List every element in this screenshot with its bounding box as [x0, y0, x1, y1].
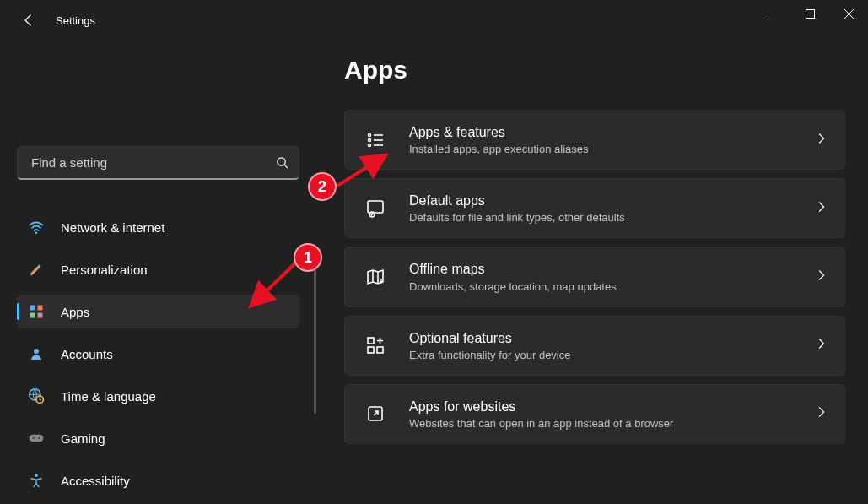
card-subtitle: Extra functionality for your device	[409, 349, 816, 361]
card-optional-features[interactable]: Optional features Extra functionality fo…	[344, 316, 845, 376]
map-icon	[362, 263, 389, 290]
card-title: Offline maps	[409, 261, 816, 277]
card-apps-for-websites[interactable]: Apps for websites Websites that can open…	[344, 384, 845, 444]
sidebar-item-label: Network & internet	[61, 220, 164, 235]
card-title: Default apps	[409, 192, 816, 209]
default-browser-icon	[362, 195, 389, 222]
svg-rect-27	[368, 347, 374, 353]
sidebar-item-label: Personalization	[61, 263, 148, 277]
window-controls	[752, 0, 868, 27]
card-apps-features[interactable]: Apps & features Installed apps, app exec…	[344, 110, 845, 170]
sidebar-item-label: Accounts	[61, 347, 113, 361]
gamepad-icon	[27, 429, 46, 447]
sidebar-item-label: Gaming	[61, 431, 105, 446]
sidebar-item-network[interactable]: Network & internet	[17, 210, 299, 244]
sidebar-item-apps[interactable]: Apps	[17, 295, 299, 328]
main-content: Apps Apps & features Installed apps, app…	[304, 41, 868, 504]
sidebar-item-time-language[interactable]: Time & language	[17, 379, 299, 413]
chevron-right-icon	[816, 269, 828, 285]
globe-clock-icon	[27, 387, 46, 405]
svg-line-5	[284, 165, 288, 168]
svg-point-18	[369, 133, 371, 136]
search-icon	[273, 154, 290, 171]
card-title: Apps for websites	[409, 398, 816, 415]
svg-rect-26	[368, 338, 374, 344]
page-title: Apps	[344, 56, 841, 84]
chevron-right-icon	[816, 338, 828, 353]
svg-rect-24	[368, 201, 383, 213]
minimize-button[interactable]	[752, 0, 790, 27]
window-title: Settings	[56, 14, 95, 27]
svg-point-15	[33, 437, 35, 439]
annotation-badge-2: 2	[308, 172, 337, 201]
wifi-icon	[27, 218, 46, 236]
search-input[interactable]	[30, 154, 273, 171]
close-button[interactable]	[829, 0, 868, 27]
person-icon	[27, 344, 46, 363]
card-subtitle: Downloads, storage location, map updates	[409, 280, 816, 293]
sidebar-item-personalization[interactable]: Personalization	[17, 252, 299, 286]
svg-point-20	[369, 138, 371, 141]
sidebar-item-label: Time & language	[61, 389, 156, 404]
launch-icon	[362, 400, 389, 427]
titlebar: Settings	[0, 0, 868, 41]
card-default-apps[interactable]: Default apps Defaults for file and link …	[344, 178, 845, 238]
svg-rect-7	[30, 306, 35, 311]
svg-point-6	[35, 231, 38, 234]
svg-point-22	[369, 144, 371, 146]
back-button[interactable]	[12, 3, 46, 37]
chevron-right-icon	[816, 133, 828, 148]
maximize-button[interactable]	[790, 0, 829, 27]
card-title: Apps & features	[409, 124, 816, 140]
sidebar-item-accessibility[interactable]: Accessibility	[17, 463, 299, 497]
chevron-right-icon	[816, 406, 828, 421]
annotation-badge-1: 1	[294, 243, 322, 272]
svg-rect-8	[38, 306, 43, 311]
paintbrush-icon	[27, 260, 46, 279]
sidebar-item-label: Apps	[61, 305, 89, 319]
svg-point-16	[38, 437, 40, 439]
grid-plus-icon	[362, 332, 389, 359]
sidebar-item-gaming[interactable]: Gaming	[17, 421, 299, 455]
sidebar-item-accounts[interactable]: Accounts	[17, 337, 299, 371]
chevron-right-icon	[816, 201, 828, 216]
sidebar: Network & internet Personalization A	[0, 41, 304, 504]
svg-rect-1	[806, 9, 814, 18]
card-offline-maps[interactable]: Offline maps Downloads, storage location…	[344, 247, 845, 306]
card-subtitle: Defaults for file and link types, other …	[409, 211, 816, 224]
card-title: Optional features	[409, 330, 816, 346]
svg-rect-28	[377, 347, 383, 353]
list-icon	[362, 127, 389, 154]
apps-icon	[27, 302, 46, 321]
accessibility-icon	[27, 471, 46, 490]
svg-point-4	[277, 158, 284, 165]
svg-point-11	[34, 349, 39, 354]
card-subtitle: Websites that can open in an app instead…	[409, 417, 816, 430]
svg-rect-10	[38, 313, 43, 318]
svg-point-17	[35, 474, 38, 477]
sidebar-item-label: Accessibility	[61, 474, 130, 488]
search-field-wrap[interactable]	[17, 146, 299, 180]
card-subtitle: Installed apps, app execution aliases	[409, 143, 816, 155]
svg-rect-9	[30, 313, 35, 318]
svg-rect-14	[30, 435, 44, 442]
